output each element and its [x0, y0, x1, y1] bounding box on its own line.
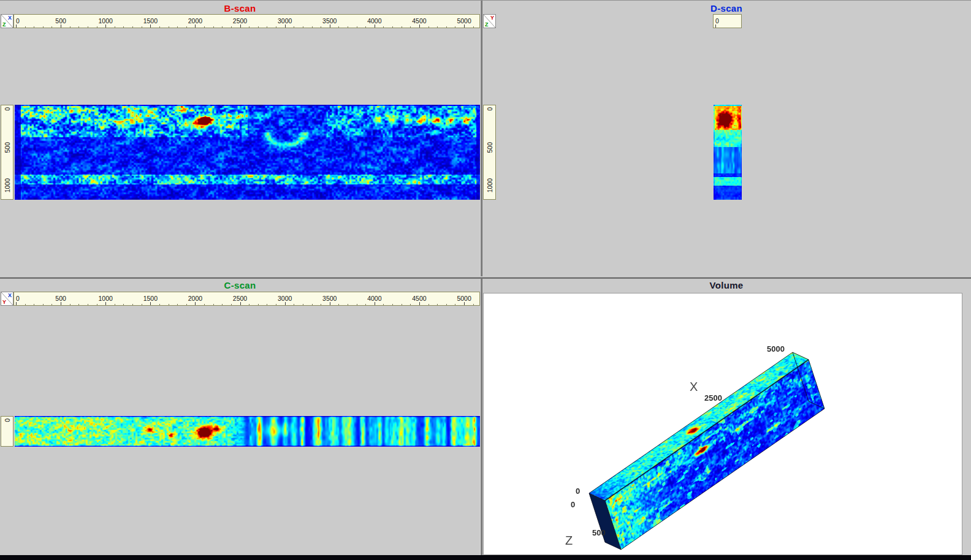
ruler-minor-tick: [410, 26, 411, 28]
volume-3d-view[interactable]: [484, 293, 962, 554]
c-scan-axis-indicator[interactable]: X Y: [1, 292, 13, 306]
ruler-minor-tick: [321, 26, 321, 28]
b-scan-v-ruler[interactable]: 05001000: [1, 105, 13, 200]
ruler-minor-tick: [159, 26, 160, 28]
ruler-minor-tick: [159, 304, 160, 305]
ruler-minor-tick: [34, 26, 34, 28]
ruler-tick: [105, 25, 106, 28]
ruler-minor-tick: [231, 304, 232, 305]
vertical-splitter[interactable]: [480, 1, 482, 560]
ruler-tick: [240, 25, 241, 28]
ruler-minor-tick: [392, 304, 393, 305]
d-scan-image[interactable]: [714, 105, 742, 200]
ruler-minor-tick: [357, 304, 357, 305]
b-scan-axis-indicator[interactable]: X Z: [1, 14, 13, 28]
ruler-minor-tick: [222, 304, 223, 305]
ruler-minor-tick: [410, 304, 411, 305]
ruler-tick: [16, 302, 17, 305]
ruler-tick: [16, 25, 17, 28]
ruler-minor-tick: [123, 26, 124, 28]
ruler-minor-tick: [303, 304, 303, 305]
ruler-minor-tick: [142, 26, 142, 28]
ruler-tick-label: 0: [4, 418, 11, 422]
ruler-tick: [285, 25, 286, 28]
ruler-tick-label: 4000: [367, 17, 381, 25]
ruler-minor-tick: [115, 26, 115, 28]
b-scan-image[interactable]: [15, 105, 480, 200]
ruler-minor-tick: [267, 304, 267, 305]
ruler-minor-tick: [312, 26, 313, 28]
ruler-minor-tick: [132, 26, 133, 28]
d-scan-title: D-scan: [482, 3, 971, 13]
c-scan-h-ruler[interactable]: 0500100015002000250030003500400045005000: [13, 292, 480, 306]
ruler-tick: [464, 25, 465, 28]
ruler-tick: [464, 302, 465, 305]
ruler-tick-label: 4000: [367, 295, 381, 302]
ruler-minor-tick: [142, 304, 142, 305]
ruler-tick-label: 3000: [278, 295, 292, 302]
ruler-tick-label: 4500: [412, 295, 426, 302]
volume-z-axis-label: Z: [565, 534, 573, 548]
ruler-tick-label: 500: [55, 295, 66, 302]
ruler-minor-tick: [473, 304, 474, 305]
ruler-minor-tick: [428, 304, 429, 305]
ruler-tick: [195, 25, 196, 28]
ruler-minor-tick: [88, 304, 88, 305]
ruler-tick-label: 500: [486, 142, 493, 153]
ruler-tick: [375, 302, 375, 305]
ruler-minor-tick: [25, 26, 26, 28]
c-scan-v-ruler[interactable]: 0: [1, 416, 13, 447]
d-scan-h-ruler[interactable]: 0: [713, 14, 742, 28]
ruler-minor-tick: [115, 304, 115, 305]
ruler-tick-label: 0: [4, 107, 11, 111]
ruler-tick: [715, 25, 716, 28]
bottom-border: [0, 555, 971, 560]
ruler-tick-label: 1000: [4, 178, 11, 192]
ruler-minor-tick: [402, 26, 402, 28]
z-axis-letter: Z: [2, 21, 6, 28]
volume-title: Volume: [482, 280, 971, 290]
ruler-tick-label: 500: [4, 142, 11, 153]
ruler-minor-tick: [437, 304, 438, 305]
ruler-minor-tick: [213, 304, 214, 305]
ruler-minor-tick: [321, 304, 321, 305]
ruler-minor-tick: [97, 26, 97, 28]
d-scan-v-ruler[interactable]: 05001000: [483, 105, 496, 200]
b-scan-h-ruler[interactable]: 0500100015002000250030003500400045005000: [13, 14, 480, 28]
ruler-minor-tick: [383, 304, 384, 305]
ruler-minor-tick: [365, 26, 366, 28]
ruler-minor-tick: [276, 26, 276, 28]
volume-x-zero-label: 0: [576, 486, 580, 496]
ruler-tick-label: 0: [16, 17, 20, 25]
ruler-tick: [419, 25, 420, 28]
ruler-minor-tick: [204, 304, 205, 305]
c-scan-image[interactable]: [15, 416, 480, 447]
d-scan-axis-indicator[interactable]: Y Z: [483, 14, 496, 28]
ruler-tick-label: 0: [486, 107, 493, 111]
ruler-tick-label: 2500: [233, 295, 247, 302]
ruler-tick-label: 2500: [233, 17, 247, 25]
ruler-minor-tick: [258, 26, 259, 28]
horizontal-splitter[interactable]: [0, 276, 971, 279]
ruler-minor-tick: [97, 304, 97, 305]
volume-x-mid-label: 2500: [704, 393, 722, 403]
ruler-tick-label: 0: [715, 17, 719, 25]
ruler-tick-label: 2000: [188, 17, 202, 25]
ruler-minor-tick: [312, 304, 313, 305]
ruler-tick-label: 5000: [457, 295, 471, 302]
ruler-tick: [195, 302, 196, 305]
ruler-tick-label: 3500: [322, 295, 337, 302]
ruler-minor-tick: [213, 26, 214, 28]
ruler-minor-tick: [338, 304, 339, 305]
ruler-minor-tick: [186, 26, 187, 28]
ruler-tick-label: 0: [16, 295, 20, 302]
ruler-tick: [240, 302, 241, 305]
ruler-minor-tick: [186, 304, 187, 305]
ruler-tick: [150, 302, 151, 305]
ruler-minor-tick: [365, 304, 366, 305]
ruler-minor-tick: [249, 304, 249, 305]
ruler-minor-tick: [294, 26, 294, 28]
volume-z-zero-label: 0: [571, 500, 575, 509]
app-window: B-scan X Z 05001000150020002500300035004…: [0, 0, 971, 560]
ruler-tick-label: 5000: [457, 17, 471, 25]
